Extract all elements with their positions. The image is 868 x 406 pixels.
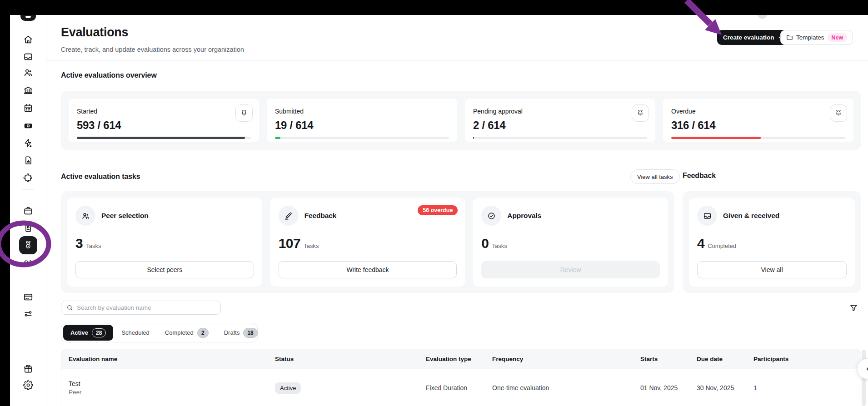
search-icon [66, 304, 73, 311]
evaluations-medal-icon[interactable] [19, 236, 37, 254]
briefcase-icon[interactable] [23, 205, 34, 216]
overdue-badge: 56 overdue [418, 205, 458, 215]
overview-cards-container: Started 593 / 614 Submitted 19 / 614 Pen… [61, 91, 861, 150]
column-header[interactable]: Participants [746, 356, 861, 362]
reports-icon[interactable] [23, 155, 34, 166]
progress-track [77, 137, 251, 139]
new-badge: New [828, 33, 848, 42]
reminder-bell-button[interactable] [830, 104, 847, 122]
reminder-bell-button[interactable] [235, 104, 253, 122]
column-header[interactable]: Starts [633, 356, 689, 362]
search-input[interactable] [77, 304, 215, 311]
task-count-unit: Tasks [304, 243, 319, 249]
inbox-icon [697, 206, 717, 226]
inbox-icon[interactable] [23, 51, 34, 62]
payroll-icon[interactable] [23, 120, 34, 131]
feedback-panel-container: Given & received 4 Completed View all [683, 191, 861, 293]
calendar-icon[interactable] [23, 103, 34, 114]
handshake-icon[interactable] [23, 257, 34, 268]
folder-icon [786, 34, 793, 41]
participants-count: 1 [746, 384, 861, 391]
svg-text:A: A [30, 144, 32, 148]
card-value: 2 / 614 [473, 119, 647, 132]
completed-count: 4 [697, 236, 704, 251]
column-header[interactable]: Status [268, 356, 419, 362]
overview-heading: Active evaluations overview [61, 71, 157, 79]
view-all-button[interactable]: View all [697, 261, 847, 278]
page-subtitle: Create, track, and update evaluations ac… [61, 46, 244, 53]
select-peers-button[interactable]: Select peers [75, 261, 254, 278]
tab-drafts[interactable]: Drafts 18 [217, 325, 265, 341]
evaluation-subtitle: Peer [69, 389, 268, 396]
billing-card-icon[interactable] [23, 292, 34, 302]
tab-active[interactable]: Active 28 [63, 325, 113, 341]
column-header[interactable]: Evaluation name [61, 356, 268, 362]
tab-label: Drafts [224, 329, 240, 336]
tab-count-badge: 28 [92, 328, 106, 337]
templates-button[interactable]: Templates New [780, 30, 853, 45]
tab-label: Active [70, 329, 88, 336]
task-card-peer-selection: Peer selection 3 Tasks Select peers [67, 198, 262, 287]
progress-fill [275, 137, 280, 139]
task-count: 107 [279, 236, 301, 251]
top-black-bar [0, 0, 868, 15]
table-row[interactable]: Test Peer Active Fixed Duration One-time… [61, 369, 861, 406]
column-header[interactable]: Evaluation type [419, 356, 485, 362]
progress-track [473, 137, 647, 139]
progress-track [671, 137, 845, 139]
task-count: 0 [481, 236, 489, 251]
gift-icon[interactable] [23, 363, 34, 374]
tab-completed[interactable]: Completed 2 [158, 325, 216, 341]
create-evaluation-button[interactable]: Create evaluation [717, 30, 789, 45]
task-card-title: Feedback [304, 212, 337, 220]
table-header-row: Evaluation name Status Evaluation type F… [61, 349, 861, 369]
column-header[interactable]: Due date [689, 356, 746, 362]
column-header[interactable]: Frequency [485, 356, 633, 362]
view-all-tasks-button[interactable]: View all tasks [630, 169, 680, 184]
card-value: 19 / 614 [275, 119, 449, 132]
create-evaluation-label: Create evaluation [723, 34, 774, 41]
tab-label: Completed [165, 329, 194, 336]
settings-gear-icon[interactable] [23, 380, 34, 391]
task-card-title: Approvals [507, 212, 541, 220]
task-count: 3 [75, 236, 83, 251]
evaluation-name[interactable]: Test [69, 380, 268, 387]
card-label: Pending approval [473, 108, 647, 115]
card-label: Submitted [275, 108, 449, 115]
templates-label: Templates [796, 34, 824, 41]
progress-track [275, 137, 449, 139]
write-feedback-button[interactable]: Write feedback [279, 261, 457, 278]
card-value: 593 / 614 [77, 119, 251, 132]
page-title: Evaluations [61, 25, 128, 40]
bell-icon [835, 109, 842, 117]
id-badge-icon[interactable] [23, 223, 34, 233]
task-card-title: Peer selection [101, 212, 149, 220]
home-icon[interactable] [23, 34, 34, 45]
progress-fill [77, 137, 245, 139]
search-box[interactable] [61, 301, 221, 315]
integrations-icon[interactable] [23, 172, 34, 183]
feedback-section-heading: Feedback [683, 172, 716, 180]
reminder-bell-button[interactable] [632, 104, 649, 122]
tasks-heading: Active evaluation tasks [61, 173, 140, 181]
card-value: 316 / 614 [671, 119, 845, 132]
review-button[interactable]: Review [481, 261, 660, 278]
filter-funnel-icon[interactable] [849, 303, 858, 313]
progress-fill [473, 137, 474, 139]
automations-icon[interactable]: A [23, 138, 34, 149]
sidebar-divider [22, 189, 34, 190]
task-count-unit: Tasks [492, 243, 507, 249]
tab-scheduled[interactable]: Scheduled [114, 325, 156, 341]
progress-fill [671, 137, 761, 139]
check-circle-icon [481, 206, 501, 226]
status-tabs: Active 28 Scheduled Completed 2 Drafts 1… [61, 323, 258, 342]
status-badge: Active [275, 382, 301, 394]
overview-card-overdue: Overdue 316 / 614 [663, 99, 853, 142]
organization-icon[interactable] [23, 85, 34, 96]
tab-label: Scheduled [121, 329, 149, 336]
sliders-icon[interactable] [23, 308, 34, 319]
overview-card-submitted: Submitted 19 / 614 [267, 99, 457, 142]
team-icon[interactable] [23, 67, 34, 78]
bell-icon [240, 109, 248, 117]
task-card-feedback: Feedback 56 overdue 107 Tasks Write feed… [270, 198, 465, 287]
